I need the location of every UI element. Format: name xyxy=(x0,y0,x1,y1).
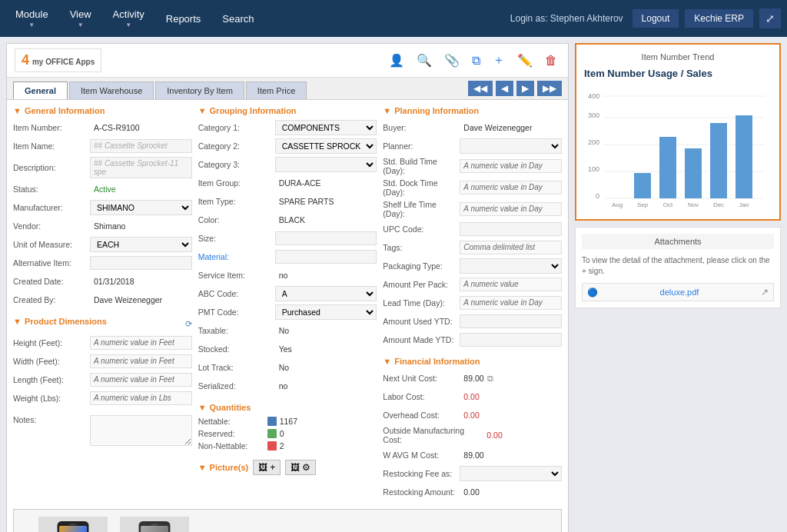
svg-text:Jan: Jan xyxy=(739,201,749,208)
cat2-row: Category 2: CASSETTE SPROCKET xyxy=(198,138,377,154)
length-value[interactable]: A numeric value in Feet xyxy=(90,373,192,387)
abc-code-select[interactable]: A xyxy=(276,287,377,301)
expand-button[interactable]: ⤢ xyxy=(759,8,781,28)
overhead-cost-row: Overhead Cost: 0.00 xyxy=(383,407,562,423)
amount-made-row: Amount Made YTD: xyxy=(383,332,562,347)
link-icon[interactable]: ⧉ xyxy=(487,374,493,384)
add-picture-button[interactable]: 🖼+ xyxy=(253,460,281,475)
labor-cost-label: Labor Cost: xyxy=(383,392,460,401)
alt-item-value[interactable] xyxy=(90,256,192,270)
amount-made-value[interactable] xyxy=(460,333,562,347)
cat1-select[interactable]: COMPONENTS xyxy=(276,121,377,135)
weight-value[interactable]: A numeric value in Lbs xyxy=(90,391,192,405)
uom-value[interactable]: EACH xyxy=(90,237,192,252)
copy-icon[interactable]: ⧉ xyxy=(469,52,483,69)
abc-code-value[interactable]: A xyxy=(275,286,377,301)
item-name-label: Item Name: xyxy=(13,141,90,151)
cat3-row: Category 3: xyxy=(198,157,377,172)
cat2-value[interactable]: CASSETTE SPROCKET xyxy=(275,138,377,154)
item-group-row: Item Group: DURA-ACE xyxy=(198,175,377,191)
shelf-life-value[interactable]: A numeric value in Day xyxy=(460,202,562,216)
image-thumb-2[interactable] xyxy=(120,517,189,532)
nav-search[interactable]: Search xyxy=(213,8,263,29)
restocking-fee-value[interactable] xyxy=(460,466,562,481)
nav-activity[interactable]: Activity ▼ xyxy=(104,4,154,33)
tab-general[interactable]: General xyxy=(13,81,68,99)
image-thumb-1[interactable] xyxy=(38,517,108,532)
planner-value[interactable] xyxy=(460,138,562,154)
nav-first[interactable]: ◀◀ xyxy=(468,81,493,96)
tab-price[interactable]: Item Price xyxy=(246,81,307,99)
chart-box: Item Number Trend Item Number Usage / Sa… xyxy=(575,43,781,221)
reserved-value: 0 xyxy=(280,429,284,438)
planner-select[interactable] xyxy=(460,139,561,153)
restocking-fee-label: Restocking Fee as: xyxy=(383,469,460,478)
material-value[interactable] xyxy=(275,250,377,264)
amount-per-pack-value[interactable]: A numeric value xyxy=(460,278,562,291)
nav-view[interactable]: View ▼ xyxy=(61,4,101,33)
logo-icon: 4 my OFFICE Apps xyxy=(15,48,101,72)
restocking-fee-select[interactable] xyxy=(460,467,561,480)
search-icon[interactable]: 🔍 xyxy=(413,52,435,69)
notes-input[interactable] xyxy=(90,415,192,446)
tab-warehouse[interactable]: Item Warehouse xyxy=(69,81,154,99)
chart-title: Item Number Trend xyxy=(584,52,772,62)
nav-last[interactable]: ▶▶ xyxy=(537,81,562,96)
upc-value[interactable] xyxy=(460,222,562,236)
logout-button[interactable]: Logout xyxy=(633,9,679,28)
attachment-open-icon[interactable]: ↗ xyxy=(761,287,769,298)
packaging-label: Packaging Type: xyxy=(383,261,460,271)
non-nettable-value: 2 xyxy=(280,441,284,451)
lead-time-value[interactable]: A numeric value in Day xyxy=(460,296,562,310)
cat3-select[interactable] xyxy=(276,158,377,171)
erp-button[interactable]: Kechie ERP xyxy=(685,9,753,28)
cat3-value[interactable] xyxy=(275,157,377,172)
cat1-value[interactable]: COMPONENTS xyxy=(275,120,377,135)
nav-next[interactable]: ▶ xyxy=(516,81,534,96)
nav-reports[interactable]: Reports xyxy=(157,8,211,29)
size-label: Size: xyxy=(198,234,275,243)
refresh-icon[interactable]: ⟳ xyxy=(185,319,192,329)
cat2-select[interactable]: CASSETTE SPROCKET xyxy=(276,139,377,153)
planning-title: ▼ Planning Information xyxy=(383,106,562,115)
item-name-value[interactable]: ## Cassette Sprocket xyxy=(90,139,192,153)
width-label: Width (Feet): xyxy=(13,357,90,366)
build-time-value[interactable]: A numeric value in Day xyxy=(460,159,562,173)
created-by-row: Created By: Dave Weizenegger xyxy=(13,292,192,308)
svg-text:100: 100 xyxy=(588,165,599,173)
size-value[interactable] xyxy=(275,231,377,245)
add-icon[interactable]: ＋ xyxy=(490,51,508,70)
packaging-value[interactable] xyxy=(460,258,562,274)
delete-icon[interactable]: 🗑 xyxy=(542,52,560,69)
nav-module[interactable]: Module ▼ xyxy=(6,4,58,33)
shelf-life-label: Shelf Life Time (Day): xyxy=(383,200,460,218)
created-date-value: 01/31/2018 xyxy=(90,274,192,288)
manufacturer-value[interactable]: SHIMANO xyxy=(90,200,192,215)
manufacturer-select[interactable]: SHIMANO xyxy=(91,201,191,214)
general-info-title: ▼ General Information xyxy=(13,106,192,115)
width-value[interactable]: A numeric value in Feet xyxy=(90,354,192,368)
attachment-filename[interactable]: deluxe.pdf xyxy=(660,288,699,297)
tab-inventory[interactable]: Inventory By Item xyxy=(155,81,244,99)
amount-per-pack-row: Amount Per Pack: A numeric value xyxy=(383,277,562,292)
dock-time-value[interactable]: A numeric value in Day xyxy=(460,181,562,195)
service-item-row: Service Item: no xyxy=(198,268,377,283)
edit-icon[interactable]: ✏️ xyxy=(514,52,536,69)
pmt-code-select[interactable]: Purchased xyxy=(276,305,377,319)
amount-used-value[interactable] xyxy=(460,314,562,328)
nettable-value: 1167 xyxy=(280,417,297,426)
tags-value[interactable]: Comma delimited list xyxy=(460,241,562,254)
height-value[interactable]: A numeric value in Feet xyxy=(90,336,192,350)
uom-select[interactable]: EACH xyxy=(91,238,191,251)
packaging-select[interactable] xyxy=(460,259,561,273)
material-label: Material: xyxy=(198,252,275,261)
person-icon[interactable]: 👤 xyxy=(386,52,407,69)
pmt-code-value[interactable]: Purchased xyxy=(275,304,377,320)
height-row: Height (Feet): A numeric value in Feet xyxy=(13,335,192,351)
build-time-label: Std. Build Time (Day): xyxy=(383,157,460,175)
edit-picture-button[interactable]: 🖼⚙ xyxy=(285,460,316,475)
nav-prev[interactable]: ◀ xyxy=(496,81,513,96)
description-value[interactable]: ## Cassette Sprocket-11 spe xyxy=(90,157,192,178)
created-by-value: Dave Weizenegger xyxy=(90,293,192,307)
paperclip-icon[interactable]: 📎 xyxy=(441,52,463,69)
